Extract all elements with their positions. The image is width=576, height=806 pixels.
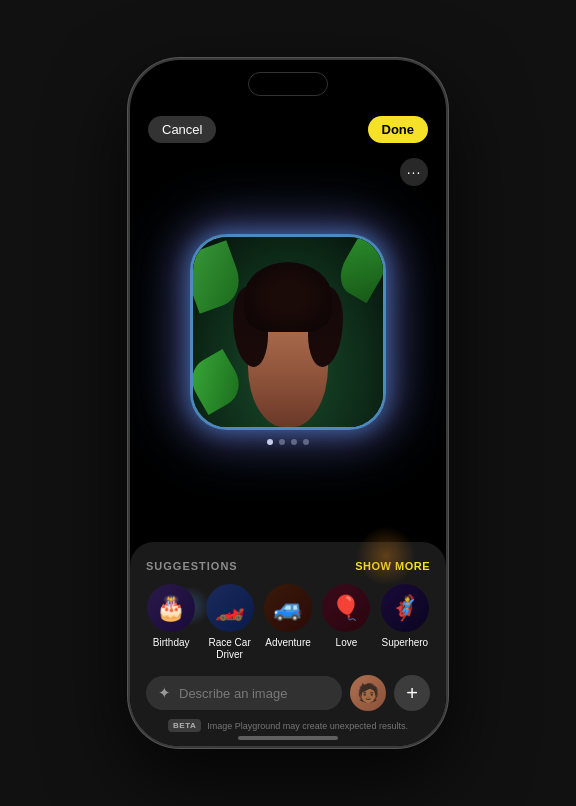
page-dot-1[interactable]: [267, 439, 273, 445]
generated-image: [193, 237, 383, 427]
phone-frame: Cancel Done ···: [128, 58, 448, 748]
add-button[interactable]: +: [394, 675, 430, 711]
ai-image-preview: [193, 237, 383, 427]
suggestion-icon-racecar: 🏎️: [206, 584, 254, 632]
avatar-icon: 🧑🏾: [357, 682, 379, 704]
suggestion-label-racecar: Race CarDriver: [208, 637, 250, 661]
suggestion-item-adventure[interactable]: 🚙Adventure: [263, 584, 313, 661]
text-input-area[interactable]: ✦ Describe an image: [146, 676, 342, 710]
suggestions-label: SUGGESTIONS: [146, 560, 238, 572]
page-dot-3[interactable]: [291, 439, 297, 445]
beta-badge: BETA: [168, 719, 201, 732]
home-indicator: [238, 736, 338, 740]
suggestion-label-birthday: Birthday: [153, 637, 190, 649]
suggestion-icon-birthday: 🎂: [147, 584, 195, 632]
ellipsis-icon: ···: [407, 165, 422, 179]
page-dot-2[interactable]: [279, 439, 285, 445]
more-options-button[interactable]: ···: [400, 158, 428, 186]
suggestions-header: SUGGESTIONS SHOW MORE: [146, 560, 430, 572]
input-bar: ✦ Describe an image 🧑🏾 +: [146, 675, 430, 711]
page-dot-4[interactable]: [303, 439, 309, 445]
suggestions-row: 🎂Birthday🏎️Race CarDriver🚙Adventure🎈Love…: [146, 584, 430, 661]
suggestion-icon-adventure: 🚙: [264, 584, 312, 632]
portrait-face: [228, 267, 348, 427]
beta-text: Image Playground may create unexpected r…: [207, 721, 408, 731]
suggestion-item-racecar[interactable]: 🏎️Race CarDriver: [204, 584, 254, 661]
show-more-button[interactable]: SHOW MORE: [355, 560, 430, 572]
suggestion-label-superhero: Superhero: [381, 637, 428, 649]
dynamic-island: [248, 72, 328, 96]
suggestion-label-love: Love: [336, 637, 358, 649]
suggestion-item-superhero[interactable]: 🦸Superhero: [380, 584, 430, 661]
beta-disclaimer: BETA Image Playground may create unexpec…: [146, 719, 430, 732]
hair: [244, 262, 332, 332]
done-button[interactable]: Done: [368, 116, 429, 143]
describe-placeholder: Describe an image: [179, 686, 330, 701]
phone-screen: Cancel Done ···: [130, 60, 446, 746]
page-indicator: [267, 439, 309, 445]
bottom-panel: SUGGESTIONS SHOW MORE 🎂Birthday🏎️Race Ca…: [130, 542, 446, 746]
suggestion-item-love[interactable]: 🎈Love: [321, 584, 371, 661]
playground-icon: ✦: [158, 684, 171, 702]
avatar-button[interactable]: 🧑🏾: [350, 675, 386, 711]
suggestion-icon-love: 🎈: [322, 584, 370, 632]
suggestion-item-birthday[interactable]: 🎂Birthday: [146, 584, 196, 661]
suggestion-icon-superhero: 🦸: [381, 584, 429, 632]
plus-icon: +: [406, 682, 418, 705]
cancel-button[interactable]: Cancel: [148, 116, 216, 143]
suggestion-label-adventure: Adventure: [265, 637, 311, 649]
